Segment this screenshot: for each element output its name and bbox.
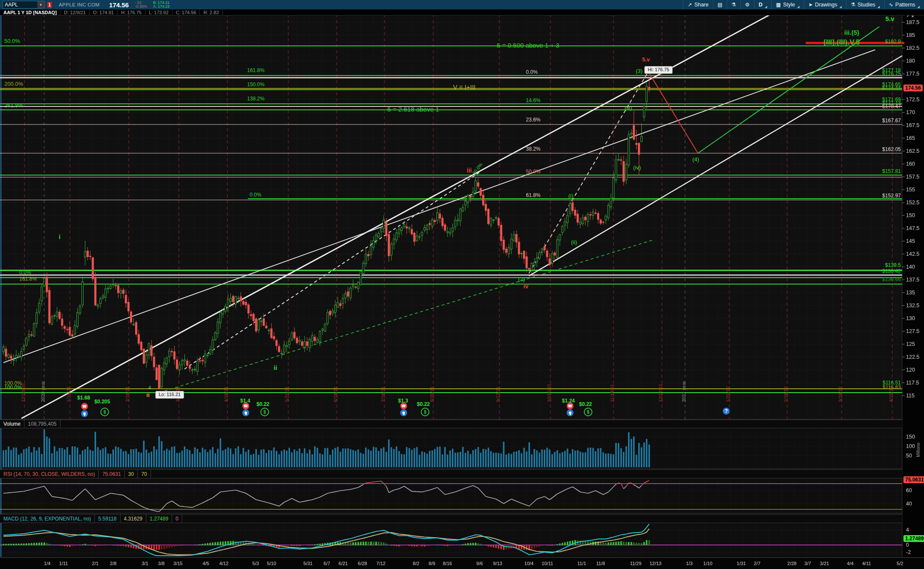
date-axis-tick: 2/7 (751, 561, 763, 566)
macd-pane-header: MACD (12, 26, 9, EXPONENTIAL, no) 5.5911… (0, 514, 902, 523)
ohlc-field: H: 176.75 (118, 10, 145, 15)
rsi-axis-badge: 75.0631 (903, 476, 924, 483)
macd-hist-value: 1.27489 (146, 515, 172, 523)
date-axis-tick: 11/8 (595, 561, 607, 566)
note-icon: ▤ (718, 2, 722, 8)
date-axis-tick: 6/28 (356, 561, 368, 566)
date-axis-tick: 9/13 (492, 561, 504, 566)
symbol-input-box[interactable]: ▼ (3, 1, 45, 9)
ohlc-field: R: 2.83 (200, 10, 222, 15)
earnings-icon[interactable] (400, 409, 407, 416)
date-axis-tick: 6/7 (321, 561, 333, 566)
earnings-icon[interactable] (81, 410, 88, 417)
date-axis-tick: 1/3 (683, 561, 695, 566)
date-axis-tick: 5/31 (302, 561, 314, 566)
date-axis-tick: 8/16 (441, 561, 453, 566)
date-axis-tick: 7/12 (375, 561, 387, 566)
volume-pane-header: Volume 108,795,405 (0, 420, 902, 428)
date-axis-tick: 1/4 (41, 561, 53, 566)
volume-title: Volume (0, 420, 24, 428)
thinkorswim-app: 12/18/201/15/212/19/213/19/214/16/215/21… (0, 0, 924, 569)
rsi-title[interactable]: RSI (14, 70, 30, CLOSE, WILDERS, no) (0, 470, 99, 478)
date-axis-tick: 5/3 (250, 561, 262, 566)
date-axis-tick: 1/11 (57, 561, 69, 566)
ohlc-field: O: 174.91 (90, 10, 118, 15)
date-axis-tick: 2/28 (786, 561, 798, 566)
macd-zero-value: 0 (172, 515, 182, 523)
alert-badge[interactable]: 1 (47, 2, 52, 8)
date-axis-tick: 4/4 (844, 561, 856, 566)
dividend-icon[interactable]: $ (421, 408, 429, 416)
date-axis-tick: 8/9 (426, 561, 438, 566)
bid-ask: B: 174.21 A: 174.23 (153, 1, 170, 9)
cursor-icon: ➤ (809, 2, 813, 8)
chevron-down-icon: ◢ (878, 5, 880, 9)
date-axis-tick: 2/1 (89, 561, 101, 566)
conference-call-icon[interactable]: ☎ (81, 403, 88, 410)
toolbar-right-group: ↗Share ▤ ⚗ ⚙ D◢ ▩Style◢ ➤Drawings◢ ⚗Stud… (683, 0, 924, 9)
last-price: 174.56 (109, 1, 129, 9)
chevron-down-icon: ◢ (797, 5, 799, 9)
date-axis-tick: 1/31 (735, 561, 747, 566)
rsi-high-level: 70 (138, 470, 151, 478)
date-axis-tick: 3/8 (155, 561, 167, 566)
chevron-down-icon: ◢ (918, 5, 920, 9)
date-axis-tick: 3/21 (818, 561, 830, 566)
timeframe-button[interactable]: D◢ (754, 0, 771, 9)
rsi-value: 75.0631 (99, 470, 124, 478)
price-change: -.52 -0.30% (135, 1, 147, 9)
unknown-event-icon[interactable]: ? (723, 408, 730, 415)
symbol-dropdown-icon[interactable]: ▼ (37, 1, 44, 8)
ohlc-field: C: 174.56 (172, 10, 200, 15)
analysis-tools-button[interactable]: ⚗ (727, 0, 740, 9)
dividend-icon[interactable]: $ (260, 408, 269, 416)
rsi-pane-header: RSI (14, 70, 30, CLOSE, WILDERS, no) 75.… (0, 469, 902, 478)
conference-call-icon[interactable]: ☎ (242, 403, 249, 409)
macd-title[interactable]: MACD (12, 26, 9, EXPONENTIAL, no) (0, 515, 95, 523)
dividend-icon[interactable]: $ (100, 408, 109, 416)
macd-value: 5.59118 (95, 515, 121, 523)
ohlc-field: L: 173.92 (145, 10, 172, 15)
company-name: APPLE INC COM (59, 2, 100, 7)
drawings-button[interactable]: ➤Drawings◢ (804, 0, 846, 9)
date-axis[interactable]: 1/41/112/12/83/13/83/154/54/125/35/105/3… (0, 557, 924, 569)
change-percent: -0.30% (135, 5, 147, 9)
pattern-icon: ∿ (889, 2, 893, 8)
symbol-input[interactable] (3, 2, 37, 8)
patterns-button[interactable]: ∿Patterns◢ (884, 0, 924, 9)
style-button[interactable]: ▩Style◢ (771, 0, 804, 9)
macd-axis-badge: 1.27489 (903, 535, 924, 542)
conference-call-icon[interactable]: ☎ (567, 403, 574, 409)
notes-button[interactable]: ▤ (713, 0, 727, 9)
date-axis-tick: 10/11 (541, 561, 553, 566)
ohlc-field: D: 12/9/21 (60, 10, 90, 15)
date-axis-tick: 1/10 (702, 561, 714, 566)
date-axis-tick: 11/1 (576, 561, 588, 566)
flask-icon: ⚗ (731, 2, 736, 8)
date-axis-tick: 4/12 (218, 561, 230, 566)
share-icon: ↗ (688, 2, 692, 8)
rsi-low-level: 30 (125, 470, 138, 478)
date-axis-tick: 3/7 (802, 561, 814, 566)
last-price-axis-badge: 174.56 (903, 85, 923, 91)
date-axis-tick: 5/2 (894, 561, 906, 566)
date-axis-tick: 8/2 (410, 561, 422, 566)
earnings-icon[interactable] (242, 409, 249, 416)
volume-value: 108,795,405 (24, 420, 60, 428)
studies-button[interactable]: ⚗Studies◢ (846, 0, 884, 9)
chevron-down-icon: ◢ (839, 5, 842, 9)
macd-signal-value: 4.31629 (121, 515, 146, 523)
dividend-icon[interactable]: $ (584, 408, 592, 416)
date-axis-tick: 3/15 (172, 561, 184, 566)
top-toolbar: ▼ 1 APPLE INC COM 174.56 -.52 -0.30% B: … (0, 0, 924, 9)
date-axis-tick: 2/8 (107, 561, 119, 566)
earnings-icon[interactable] (567, 409, 574, 416)
ask-value: A: 174.23 (153, 5, 170, 9)
settings-button[interactable]: ⚙ (740, 0, 754, 9)
share-button[interactable]: ↗Share (683, 0, 713, 9)
chart-canvas[interactable] (0, 0, 924, 569)
conference-call-icon[interactable]: ☎ (400, 403, 407, 409)
date-axis-tick: 12/13 (649, 561, 661, 566)
gear-icon: ⚙ (745, 2, 750, 8)
date-axis-tick: 11/29 (630, 561, 642, 566)
